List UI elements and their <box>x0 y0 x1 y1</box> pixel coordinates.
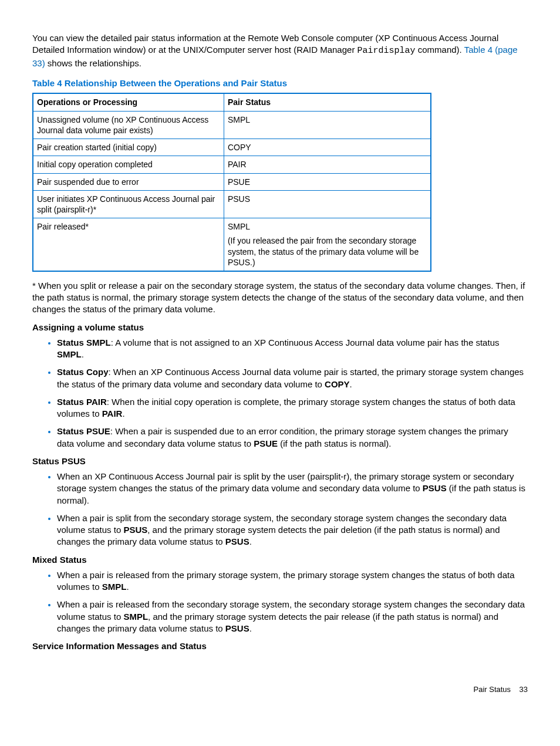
list-item: Status SMPL: A volume that is not assign… <box>57 337 528 361</box>
assign-heading: Assigning a volume status <box>32 322 528 333</box>
footnote: * When you split or release a pair on th… <box>32 280 528 316</box>
intro-code: Pairdisplay <box>357 46 416 56</box>
status-label: Status Copy <box>57 367 109 377</box>
table-cell: COPY <box>224 139 431 156</box>
intro-text: shows the relationships. <box>45 58 141 68</box>
table-cell: PSUE <box>224 173 431 190</box>
list-item: Status PAIR: When the initial copy opera… <box>57 396 528 420</box>
table-cell: User initiates XP Continuous Access Jour… <box>33 190 224 218</box>
table-header-operations: Operations or Processing <box>33 93 224 111</box>
assign-list: Status SMPL: A volume that is not assign… <box>32 337 528 450</box>
status-label: Status PAIR <box>57 397 107 407</box>
status-value: SMPL <box>57 349 82 359</box>
table-header-status: Pair Status <box>224 93 431 111</box>
table-cell: SMPL <box>224 111 431 139</box>
item-text: : A volume that is not assigned to an XP… <box>111 337 500 347</box>
intro-paragraph: You can view the detailed pair status in… <box>32 32 528 69</box>
list-item: When a pair is released from the primary… <box>57 569 528 593</box>
item-text: . <box>249 536 252 546</box>
table-cell: PAIR <box>224 156 431 173</box>
list-item: When a pair is split from the secondary … <box>57 512 528 548</box>
table-title: Table 4 Relationship Between the Operati… <box>32 77 528 89</box>
page-footer: Pair Status 33 <box>32 684 528 695</box>
status-label: Status PSUE <box>57 426 110 436</box>
psus-list: When an XP Continuous Access Journal pai… <box>32 471 528 548</box>
status-value: PSUS <box>123 525 147 535</box>
status-value: COPY <box>325 379 350 389</box>
item-text: . <box>249 623 252 633</box>
table-cell: SMPL (If you released the pair from the … <box>224 218 431 271</box>
table-row: Initial copy operation completedPAIR <box>33 156 431 173</box>
table-row: Pair suspended due to errorPSUE <box>33 173 431 190</box>
psus-heading: Status PSUS <box>32 455 528 467</box>
item-text: : When an XP Continuous Access Journal d… <box>57 367 524 389</box>
item-text: : When the initial copy operation is com… <box>57 397 515 418</box>
list-item: When an XP Continuous Access Journal pai… <box>57 471 528 507</box>
item-text: . <box>350 379 352 389</box>
table-row: Pair released* SMPL (If you released the… <box>33 218 431 271</box>
item-text: (if the path status is normal). <box>278 438 391 448</box>
table-row: Unassigned volume (no XP Continuous Acce… <box>33 111 431 139</box>
status-note: (If you released the pair from the secon… <box>228 235 427 268</box>
status-value: PSUS <box>423 483 447 493</box>
status-value: PSUS <box>225 536 249 546</box>
status-value: PAIR <box>102 409 123 418</box>
mixed-heading: Mixed Status <box>32 554 528 566</box>
mixed-list: When a pair is released from the primary… <box>32 569 528 634</box>
item-text: . <box>82 349 84 359</box>
item-text: . <box>122 409 124 418</box>
status-label: Status SMPL <box>57 337 111 347</box>
status-value: SMPL <box>102 582 127 592</box>
table-cell: Pair creation started (initial copy) <box>33 139 224 156</box>
table-row: User initiates XP Continuous Access Jour… <box>33 190 431 218</box>
list-item: Status PSUE: When a pair is suspended du… <box>57 426 528 450</box>
list-item: When a pair is released from the seconda… <box>57 599 528 634</box>
table-cell: Unassigned volume (no XP Continuous Acce… <box>33 111 224 139</box>
table-row: Pair creation started (initial copy)COPY <box>33 139 431 156</box>
item-text: . <box>126 582 129 592</box>
status-table: Operations or Processing Pair Status Una… <box>32 93 431 272</box>
table-cell: Pair released* <box>33 218 224 271</box>
footer-label: Pair Status <box>473 685 511 694</box>
table-cell: Pair suspended due to error <box>33 173 224 190</box>
status-value: SMPL <box>228 222 250 231</box>
table-cell: PSUS <box>224 190 431 218</box>
page-number: 33 <box>519 685 528 694</box>
list-item: Status Copy: When an XP Continuous Acces… <box>57 366 528 390</box>
table-cell: Initial copy operation completed <box>33 156 224 173</box>
status-value: PSUS <box>225 623 249 633</box>
svc-heading: Service Information Messages and Status <box>32 640 528 652</box>
status-value: PSUE <box>254 438 278 448</box>
intro-text: command). <box>416 45 464 55</box>
status-value: SMPL <box>123 612 148 622</box>
